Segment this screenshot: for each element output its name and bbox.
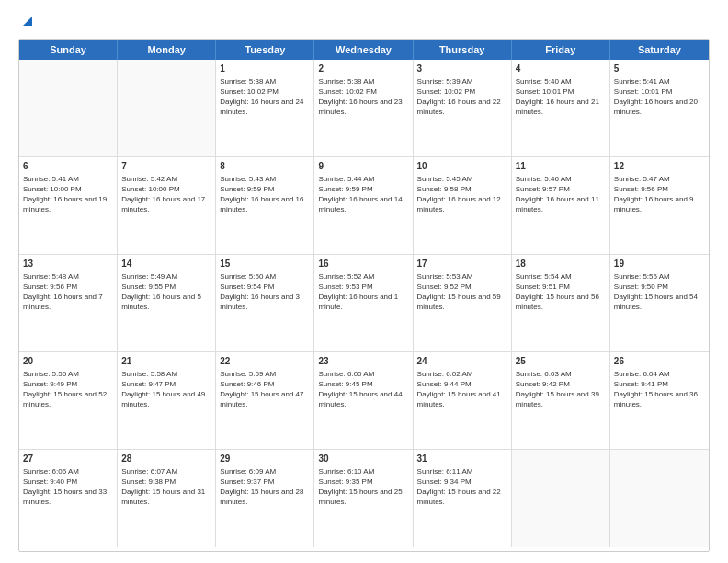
day-number: 27	[23, 453, 113, 465]
day-number: 22	[220, 355, 310, 368]
day-number: 6	[23, 160, 113, 173]
day-info: Sunrise: 6:10 AM Sunset: 9:35 PM Dayligh…	[318, 466, 408, 508]
day-info: Sunrise: 6:03 AM Sunset: 9:42 PM Dayligh…	[516, 369, 606, 410]
header-day-saturday: Saturday	[610, 40, 709, 60]
day-cell-20: 20Sunrise: 5:56 AM Sunset: 9:49 PM Dayli…	[19, 352, 118, 449]
day-number: 9	[318, 160, 408, 173]
day-number: 15	[220, 258, 310, 270]
empty-cell	[512, 450, 610, 547]
day-cell-13: 13Sunrise: 5:48 AM Sunset: 9:56 PM Dayli…	[19, 255, 118, 351]
day-number: 30	[318, 453, 408, 465]
day-cell-15: 15Sunrise: 5:50 AM Sunset: 9:54 PM Dayli…	[216, 255, 314, 351]
day-info: Sunrise: 5:42 AM Sunset: 10:00 PM Daylig…	[121, 174, 211, 215]
day-info: Sunrise: 6:00 AM Sunset: 9:45 PM Dayligh…	[318, 369, 408, 410]
day-info: Sunrise: 5:41 AM Sunset: 10:01 PM Daylig…	[614, 76, 705, 118]
day-cell-12: 12Sunrise: 5:47 AM Sunset: 9:56 PM Dayli…	[610, 157, 709, 254]
day-cell-21: 21Sunrise: 5:58 AM Sunset: 9:47 PM Dayli…	[118, 352, 216, 449]
day-cell-28: 28Sunrise: 6:07 AM Sunset: 9:38 PM Dayli…	[118, 450, 216, 547]
day-info: Sunrise: 6:07 AM Sunset: 9:38 PM Dayligh…	[121, 466, 211, 508]
day-cell-14: 14Sunrise: 5:49 AM Sunset: 9:55 PM Dayli…	[118, 255, 216, 351]
day-info: Sunrise: 6:02 AM Sunset: 9:44 PM Dayligh…	[417, 369, 507, 410]
day-cell-3: 3Sunrise: 5:39 AM Sunset: 10:02 PM Dayli…	[414, 60, 512, 156]
day-info: Sunrise: 6:11 AM Sunset: 9:34 PM Dayligh…	[417, 466, 507, 508]
calendar-body: 1Sunrise: 5:38 AM Sunset: 10:02 PM Dayli…	[19, 60, 709, 547]
day-number: 5	[614, 63, 705, 75]
calendar-header: SundayMondayTuesdayWednesdayThursdayFrid…	[19, 40, 709, 60]
header-day-friday: Friday	[512, 40, 610, 60]
day-number: 11	[516, 160, 606, 173]
day-cell-29: 29Sunrise: 6:09 AM Sunset: 9:37 PM Dayli…	[216, 450, 314, 547]
week-row-1: 1Sunrise: 5:38 AM Sunset: 10:02 PM Dayli…	[19, 60, 709, 157]
day-cell-18: 18Sunrise: 5:54 AM Sunset: 9:51 PM Dayli…	[512, 255, 610, 351]
day-cell-19: 19Sunrise: 5:55 AM Sunset: 9:50 PM Dayli…	[610, 255, 709, 351]
day-info: Sunrise: 5:44 AM Sunset: 9:59 PM Dayligh…	[318, 174, 408, 215]
day-number: 1	[220, 63, 310, 75]
day-cell-10: 10Sunrise: 5:45 AM Sunset: 9:58 PM Dayli…	[414, 157, 512, 254]
day-number: 7	[121, 160, 211, 173]
day-info: Sunrise: 6:06 AM Sunset: 9:40 PM Dayligh…	[23, 466, 113, 508]
day-cell-27: 27Sunrise: 6:06 AM Sunset: 9:40 PM Dayli…	[19, 450, 118, 547]
day-number: 4	[516, 63, 606, 75]
day-number: 19	[614, 258, 705, 270]
header-day-sunday: Sunday	[19, 40, 118, 60]
day-cell-6: 6Sunrise: 5:41 AM Sunset: 10:00 PM Dayli…	[19, 157, 118, 254]
day-cell-8: 8Sunrise: 5:43 AM Sunset: 9:59 PM Daylig…	[216, 157, 314, 254]
day-info: Sunrise: 5:41 AM Sunset: 10:00 PM Daylig…	[23, 174, 113, 215]
day-cell-2: 2Sunrise: 5:38 AM Sunset: 10:02 PM Dayli…	[314, 60, 413, 156]
day-info: Sunrise: 5:55 AM Sunset: 9:50 PM Dayligh…	[614, 271, 705, 313]
page: SundayMondayTuesdayWednesdayThursdayFrid…	[0, 0, 728, 563]
day-cell-4: 4Sunrise: 5:40 AM Sunset: 10:01 PM Dayli…	[512, 60, 610, 156]
day-info: Sunrise: 5:39 AM Sunset: 10:02 PM Daylig…	[417, 76, 507, 118]
day-info: Sunrise: 5:46 AM Sunset: 9:57 PM Dayligh…	[516, 174, 606, 215]
logo-icon	[19, 13, 36, 29]
day-number: 21	[121, 355, 211, 368]
week-row-4: 20Sunrise: 5:56 AM Sunset: 9:49 PM Dayli…	[19, 352, 709, 450]
day-cell-30: 30Sunrise: 6:10 AM Sunset: 9:35 PM Dayli…	[314, 450, 413, 547]
day-info: Sunrise: 5:49 AM Sunset: 9:55 PM Dayligh…	[121, 271, 211, 313]
day-info: Sunrise: 5:53 AM Sunset: 9:52 PM Dayligh…	[417, 271, 507, 313]
day-cell-22: 22Sunrise: 5:59 AM Sunset: 9:46 PM Dayli…	[216, 352, 314, 449]
day-cell-5: 5Sunrise: 5:41 AM Sunset: 10:01 PM Dayli…	[610, 60, 709, 156]
day-number: 14	[121, 258, 211, 270]
day-cell-23: 23Sunrise: 6:00 AM Sunset: 9:45 PM Dayli…	[314, 352, 413, 449]
day-number: 25	[516, 355, 606, 368]
day-number: 24	[417, 355, 507, 368]
day-info: Sunrise: 5:56 AM Sunset: 9:49 PM Dayligh…	[23, 369, 113, 410]
day-info: Sunrise: 5:43 AM Sunset: 9:59 PM Dayligh…	[220, 174, 310, 215]
day-number: 16	[318, 258, 408, 270]
day-number: 13	[23, 258, 113, 270]
day-info: Sunrise: 5:40 AM Sunset: 10:01 PM Daylig…	[516, 76, 606, 118]
day-number: 17	[417, 258, 507, 270]
header-day-tuesday: Tuesday	[216, 40, 314, 60]
day-info: Sunrise: 5:52 AM Sunset: 9:53 PM Dayligh…	[318, 271, 408, 313]
week-row-2: 6Sunrise: 5:41 AM Sunset: 10:00 PM Dayli…	[19, 157, 709, 255]
week-row-3: 13Sunrise: 5:48 AM Sunset: 9:56 PM Dayli…	[19, 255, 709, 352]
day-cell-26: 26Sunrise: 6:04 AM Sunset: 9:41 PM Dayli…	[610, 352, 709, 449]
day-info: Sunrise: 5:38 AM Sunset: 10:02 PM Daylig…	[318, 76, 408, 118]
empty-cell	[610, 450, 709, 547]
svg-marker-0	[23, 17, 32, 26]
day-info: Sunrise: 5:50 AM Sunset: 9:54 PM Dayligh…	[220, 271, 310, 313]
day-info: Sunrise: 5:45 AM Sunset: 9:58 PM Dayligh…	[417, 174, 507, 215]
day-cell-16: 16Sunrise: 5:52 AM Sunset: 9:53 PM Dayli…	[314, 255, 413, 351]
day-number: 26	[614, 355, 705, 368]
day-number: 2	[318, 63, 408, 75]
day-info: Sunrise: 6:04 AM Sunset: 9:41 PM Dayligh…	[614, 369, 705, 410]
day-info: Sunrise: 5:38 AM Sunset: 10:02 PM Daylig…	[220, 76, 310, 118]
day-cell-31: 31Sunrise: 6:11 AM Sunset: 9:34 PM Dayli…	[414, 450, 512, 547]
day-number: 12	[614, 160, 705, 173]
day-cell-17: 17Sunrise: 5:53 AM Sunset: 9:52 PM Dayli…	[414, 255, 512, 351]
day-info: Sunrise: 5:47 AM Sunset: 9:56 PM Dayligh…	[614, 174, 705, 215]
week-row-5: 27Sunrise: 6:06 AM Sunset: 9:40 PM Dayli…	[19, 450, 709, 547]
day-cell-25: 25Sunrise: 6:03 AM Sunset: 9:42 PM Dayli…	[512, 352, 610, 449]
day-cell-7: 7Sunrise: 5:42 AM Sunset: 10:00 PM Dayli…	[118, 157, 216, 254]
day-number: 20	[23, 355, 113, 368]
day-number: 29	[220, 453, 310, 465]
day-info: Sunrise: 5:54 AM Sunset: 9:51 PM Dayligh…	[516, 271, 606, 313]
calendar: SundayMondayTuesdayWednesdayThursdayFrid…	[18, 39, 710, 552]
header	[18, 15, 710, 29]
header-day-monday: Monday	[118, 40, 216, 60]
day-cell-24: 24Sunrise: 6:02 AM Sunset: 9:44 PM Dayli…	[414, 352, 512, 449]
day-info: Sunrise: 5:48 AM Sunset: 9:56 PM Dayligh…	[23, 271, 113, 313]
day-number: 31	[417, 453, 507, 465]
